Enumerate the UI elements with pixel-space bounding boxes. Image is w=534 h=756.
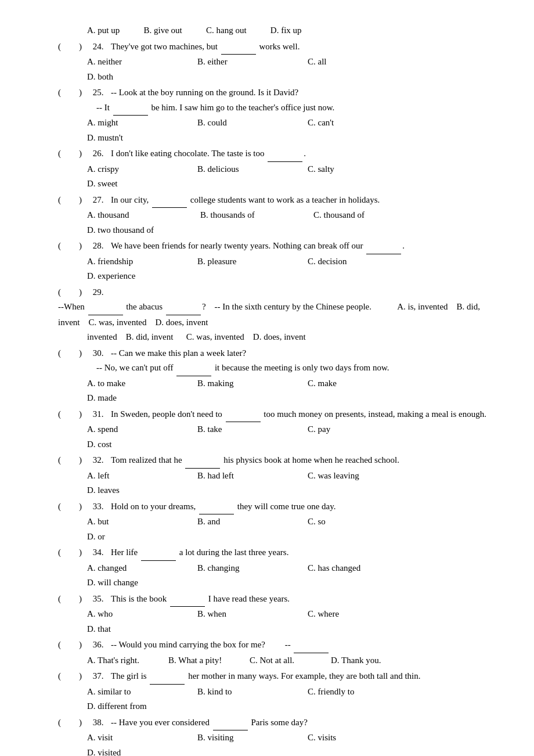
q35-optC: C. where bbox=[308, 607, 400, 622]
q29-blank2 bbox=[166, 300, 201, 315]
q30-blank bbox=[176, 361, 211, 376]
q33-space bbox=[70, 499, 79, 514]
q32-blank bbox=[185, 453, 220, 469]
q38-options: A. visit B. visiting C. visits D. visite… bbox=[87, 730, 499, 756]
q33-optC: C. so bbox=[308, 514, 400, 530]
question-36: ( ) 36. -- Would you mind carrying the b… bbox=[58, 638, 499, 668]
question-27: ( ) 27. In our city, college students wa… bbox=[58, 193, 499, 238]
q30-paren: ( bbox=[58, 346, 70, 361]
q33-num: 33. bbox=[91, 499, 111, 514]
q28-text: We have been friends for nearly twenty y… bbox=[111, 239, 405, 254]
q27-options: A. thousand B. thousands of C. thousand … bbox=[87, 208, 499, 237]
q29-space bbox=[70, 285, 79, 300]
q30-space bbox=[70, 346, 79, 361]
q37-space bbox=[70, 669, 79, 684]
q38-text: -- Have you ever considered Paris some d… bbox=[111, 715, 308, 731]
q35-space bbox=[70, 592, 79, 607]
q24-optD: D. both bbox=[87, 70, 180, 85]
q32-optB: B. had left bbox=[197, 469, 290, 484]
q26-optC: C. salty bbox=[308, 162, 400, 177]
q25-close: ) bbox=[79, 85, 91, 100]
q28-close: ) bbox=[79, 239, 91, 254]
q31-blank bbox=[226, 407, 261, 423]
q26-paren: ( bbox=[58, 146, 70, 161]
q24-text: They've got two machines, but works well… bbox=[111, 39, 300, 55]
question-35: ( ) 35. This is the book I have read the… bbox=[58, 592, 499, 637]
q28-optA: A. friendship bbox=[87, 254, 180, 269]
q25-optA: A. might bbox=[87, 116, 180, 131]
q35-num: 35. bbox=[91, 592, 111, 607]
q24-optB: B. either bbox=[197, 55, 290, 70]
q36-blank bbox=[294, 638, 329, 653]
q34-num: 34. bbox=[91, 545, 111, 560]
q32-space bbox=[70, 453, 79, 468]
q26-num: 26. bbox=[91, 146, 111, 161]
q33-optA: A. but bbox=[87, 514, 180, 530]
top-options-line: A. put up B. give out C. hang out D. fix… bbox=[87, 23, 499, 38]
q35-close: ) bbox=[79, 592, 91, 607]
q29-close: ) bbox=[79, 285, 91, 300]
q38-num: 38. bbox=[91, 715, 111, 730]
q37-optC: C. friendly to bbox=[308, 685, 400, 700]
q32-optC: C. was leaving bbox=[308, 469, 400, 484]
q27-optC: C. thousand of bbox=[313, 208, 409, 223]
q34-space bbox=[70, 545, 79, 560]
question-24: ( ) 24. They've got two machines, but wo… bbox=[58, 39, 499, 85]
q28-optD: D. experience bbox=[87, 269, 180, 284]
q35-optD: D. that bbox=[87, 622, 180, 637]
q24-options: A. neither B. either C. all D. both bbox=[87, 55, 499, 84]
q26-optD: D. sweet bbox=[87, 177, 180, 192]
q36-optB: B. What a pity! bbox=[168, 653, 244, 668]
q35-optB: B. when bbox=[197, 607, 290, 622]
q38-optD: D. visited bbox=[87, 746, 180, 757]
q25-options: A. might B. could C. can't D. mustn't bbox=[87, 116, 499, 145]
q36-space bbox=[70, 638, 79, 653]
q25-optD: D. mustn't bbox=[87, 131, 180, 146]
question-37: ( ) 37. The girl is her mother in many w… bbox=[58, 669, 499, 714]
q26-optA: A. crispy bbox=[87, 162, 180, 177]
q30-optD: D. made bbox=[87, 391, 180, 406]
q30-close: ) bbox=[79, 346, 91, 361]
q37-options: A. similar to B. kind to C. friendly to … bbox=[87, 685, 499, 714]
q31-optD: D. cost bbox=[87, 437, 180, 452]
q33-close: ) bbox=[79, 499, 91, 514]
q24-space bbox=[70, 39, 79, 55]
q32-text: Tom realized that he his physics book at… bbox=[111, 453, 399, 469]
q27-optA: A. thousand bbox=[87, 208, 183, 223]
q33-optB: B. and bbox=[197, 514, 290, 530]
q34-optA: A. changed bbox=[87, 561, 180, 576]
q26-space bbox=[70, 146, 79, 161]
q31-optB: B. take bbox=[197, 422, 290, 437]
question-31: ( ) 31. In Sweden, people don't need to … bbox=[58, 407, 499, 452]
q34-text: Her life a lot during the last three yea… bbox=[111, 545, 288, 561]
q28-options: A. friendship B. pleasure C. decision D.… bbox=[87, 254, 499, 284]
q35-paren: ( bbox=[58, 592, 70, 607]
q28-num: 28. bbox=[91, 239, 111, 254]
q36-text: -- Would you mind carrying the box for m… bbox=[111, 638, 330, 653]
question-34: ( ) 34. Her life a lot during the last t… bbox=[58, 545, 499, 591]
q24-optA: A. neither bbox=[87, 55, 180, 70]
q31-paren: ( bbox=[58, 407, 70, 422]
q33-options: A. but B. and C. so D. or bbox=[87, 514, 499, 544]
q30-sub: -- No, we can't put off it because the m… bbox=[96, 361, 499, 376]
q32-optA: A. left bbox=[87, 469, 180, 484]
q32-num: 32. bbox=[91, 453, 111, 468]
q27-optD: D. two thousand of bbox=[87, 223, 183, 238]
q35-blank bbox=[170, 592, 205, 607]
q37-optB: B. kind to bbox=[197, 685, 290, 700]
q25-space bbox=[70, 85, 79, 100]
question-28: ( ) 28. We have been friends for nearly … bbox=[58, 239, 499, 284]
q27-optB: B. thousands of bbox=[200, 208, 296, 223]
q31-optC: C. pay bbox=[308, 422, 400, 437]
q32-options: A. left B. had left C. was leaving D. le… bbox=[87, 469, 499, 498]
q36-paren: ( bbox=[58, 638, 70, 653]
q25-optC: C. can't bbox=[308, 116, 400, 131]
q30-text: -- Can we make this plan a week later? bbox=[111, 346, 246, 361]
q36-optC: C. Not at all. bbox=[250, 653, 325, 668]
q32-optD: D. leaves bbox=[87, 483, 180, 498]
q27-num: 27. bbox=[91, 193, 111, 208]
q28-paren: ( bbox=[58, 239, 70, 254]
q37-optA: A. similar to bbox=[87, 685, 180, 700]
q25-blank bbox=[113, 100, 148, 116]
q37-num: 37. bbox=[91, 669, 111, 684]
